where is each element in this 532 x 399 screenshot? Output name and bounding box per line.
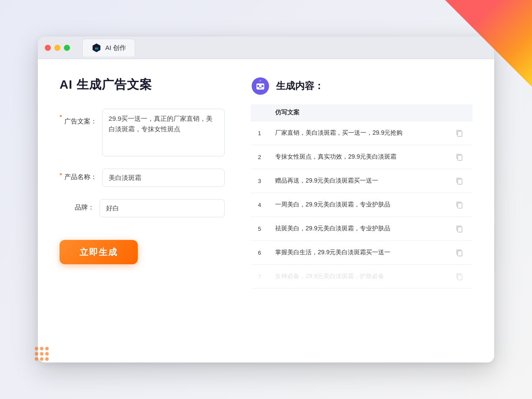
ad-copy-row: * 广告文案： 29.9买一送一，真正的厂家直销，美白淡斑霜，专抹女性斑点 <box>60 109 225 156</box>
copy-button[interactable] <box>453 127 466 139</box>
result-header: 生成内容： <box>251 76 472 96</box>
copy-button[interactable] <box>453 175 466 187</box>
ad-copy-group: * 广告文案： 29.9买一送一，真正的厂家直销，美白淡斑霜，专抹女性斑点 <box>60 109 225 156</box>
table-header-copy: 仿写文案 <box>268 104 446 121</box>
row-number: 2 <box>251 145 268 169</box>
row-copy-text: 掌握美白生活，29.9元美白淡斑霜买一送一 <box>268 241 446 265</box>
ad-copy-input[interactable]: 29.9买一送一，真正的厂家直销，美白淡斑霜，专抹女性斑点 <box>102 109 225 156</box>
row-copy-text: 厂家直销，美白淡斑霜，买一送一，29.9元抢购 <box>268 121 446 145</box>
browser-window: AI AI 创作 AI 生成广告文案 * 广告文案： 29.9买一送一，真正的厂… <box>38 37 494 362</box>
copy-icon <box>456 225 463 233</box>
row-copy-text: 一周美白，29.9元美白淡斑霜，专业护肤品 <box>268 193 446 217</box>
row-copy-text: 女神必备，29.9元美白淡斑霜，护肤必备 <box>268 265 446 289</box>
row-action-cell <box>446 217 472 241</box>
product-name-input[interactable] <box>102 169 225 187</box>
brand-label: 品牌： <box>60 199 94 212</box>
maximize-button[interactable] <box>64 45 70 51</box>
product-name-group: * 产品名称： <box>60 169 225 187</box>
svg-rect-17 <box>458 275 462 280</box>
copy-icon <box>456 201 463 209</box>
robot-icon <box>251 76 270 96</box>
row-action-cell <box>446 265 472 289</box>
row-number: 7 <box>251 265 268 289</box>
ad-copy-label: 广告文案： <box>62 113 97 126</box>
page-title: AI 生成广告文案 <box>60 76 225 93</box>
row-number: 1 <box>251 121 268 145</box>
svg-rect-10 <box>265 85 266 87</box>
copy-button[interactable] <box>453 270 466 283</box>
svg-rect-12 <box>458 155 462 160</box>
close-button[interactable] <box>45 45 51 51</box>
results-table: 仿写文案 1厂家直销，美白淡斑霜，买一送一，29.9元抢购 2专抹女性斑点，真实… <box>251 104 472 289</box>
left-panel: AI 生成广告文案 * 广告文案： 29.9买一送一，真正的厂家直销，美白淡斑霜… <box>60 76 225 345</box>
svg-text:AI: AI <box>95 47 98 50</box>
table-row: 1厂家直销，美白淡斑霜，买一送一，29.9元抢购 <box>251 121 472 145</box>
product-name-label: 产品名称： <box>62 169 97 181</box>
row-copy-text: 祛斑美白，29.9元美白淡斑霜，专业护肤品 <box>268 217 446 241</box>
right-panel: 生成内容： 仿写文案 1厂家直销，美白淡斑霜，买一送一，29.9元抢购 2专抹女… <box>251 76 472 345</box>
brand-group: 品牌： <box>60 199 225 217</box>
table-row: 3赠品再送，29.9元美白淡斑霜买一送一 <box>251 169 472 193</box>
row-number: 5 <box>251 217 268 241</box>
table-header-action <box>446 104 472 121</box>
svg-rect-14 <box>458 203 462 208</box>
ai-tab-icon: AI <box>91 43 102 53</box>
main-content: AI 生成广告文案 * 广告文案： 29.9买一送一，真正的厂家直销，美白淡斑霜… <box>38 59 494 362</box>
row-copy-text: 专抹女性斑点，真实功效，29.9元美白淡斑霜 <box>268 145 446 169</box>
row-number: 3 <box>251 169 268 193</box>
svg-rect-9 <box>254 85 256 87</box>
svg-point-4 <box>257 85 259 87</box>
result-title: 生成内容： <box>276 80 324 93</box>
row-action-cell <box>446 145 472 169</box>
copy-icon <box>456 273 463 280</box>
tab-ai-create[interactable]: AI AI 创作 <box>82 39 135 57</box>
table-row: 4一周美白，29.9元美白淡斑霜，专业护肤品 <box>251 193 472 217</box>
generate-button[interactable]: 立即生成 <box>60 240 138 264</box>
svg-rect-16 <box>458 251 462 256</box>
copy-button[interactable] <box>453 223 466 235</box>
product-name-row: * 产品名称： <box>60 169 225 187</box>
copy-icon <box>456 129 463 137</box>
copy-icon <box>456 177 463 185</box>
brand-row: 品牌： <box>60 199 225 217</box>
svg-point-8 <box>259 80 261 82</box>
table-row: 7女神必备，29.9元美白淡斑霜，护肤必备 <box>251 265 472 289</box>
copy-icon <box>456 249 463 256</box>
svg-rect-6 <box>259 87 262 88</box>
row-number: 6 <box>251 241 268 265</box>
table-header-num <box>251 104 268 121</box>
minimize-button[interactable] <box>54 45 60 51</box>
row-action-cell <box>446 121 472 145</box>
background-decoration-bottom-left <box>35 347 61 373</box>
copy-button[interactable] <box>453 246 466 259</box>
copy-button[interactable] <box>453 199 466 211</box>
row-action-cell <box>446 241 472 265</box>
svg-point-5 <box>262 85 264 87</box>
table-row: 2专抹女性斑点，真实功效，29.9元美白淡斑霜 <box>251 145 472 169</box>
svg-rect-11 <box>458 131 462 136</box>
copy-button[interactable] <box>453 151 466 163</box>
row-action-cell <box>446 193 472 217</box>
row-copy-text: 赠品再送，29.9元美白淡斑霜买一送一 <box>268 169 446 193</box>
svg-rect-15 <box>458 227 462 232</box>
title-bar: AI AI 创作 <box>38 37 494 59</box>
brand-input[interactable] <box>100 199 225 217</box>
tab-label: AI 创作 <box>105 44 126 52</box>
copy-icon <box>456 153 463 161</box>
table-row: 6掌握美白生活，29.9元美白淡斑霜买一送一 <box>251 241 472 265</box>
svg-rect-13 <box>458 179 462 184</box>
table-row: 5祛斑美白，29.9元美白淡斑霜，专业护肤品 <box>251 217 472 241</box>
row-number: 4 <box>251 193 268 217</box>
window-controls <box>45 45 70 51</box>
row-action-cell <box>446 169 472 193</box>
